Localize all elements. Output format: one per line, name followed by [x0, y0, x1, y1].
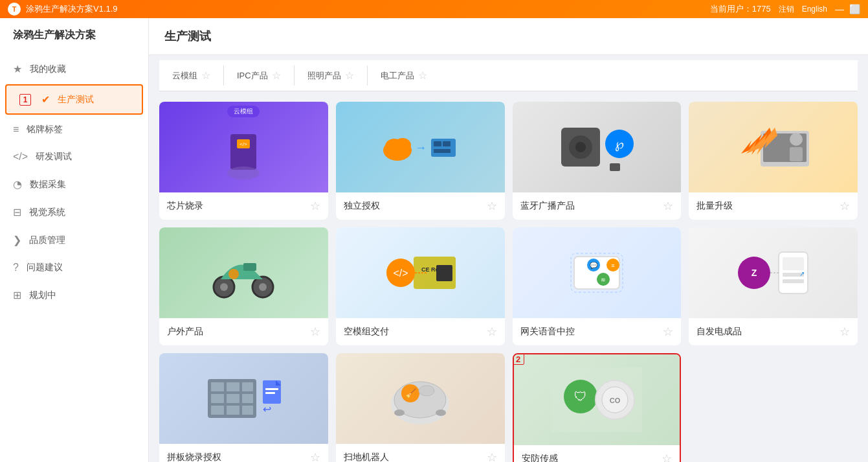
- favorite-star-icon[interactable]: ☆: [840, 325, 850, 339]
- favorite-star-icon[interactable]: ☆: [310, 325, 320, 339]
- card-chip-burn[interactable]: 云模组 </> 芯片烧录 ☆: [159, 102, 328, 220]
- svg-rect-56: [242, 382, 253, 391]
- svg-text:💬: 💬: [590, 261, 598, 270]
- favorite-star-icon[interactable]: ☆: [310, 199, 320, 213]
- card-footer-empty-module: 空模组交付 ☆: [336, 318, 505, 345]
- sidebar-item-feedback[interactable]: ? 问题建议: [0, 254, 148, 281]
- card-name: 拼板烧录授权: [167, 452, 221, 462]
- favorite-star-icon[interactable]: ☆: [840, 199, 850, 213]
- window-controls: — ⬜: [835, 4, 860, 14]
- card-security[interactable]: 2 🛡 CO: [513, 353, 682, 462]
- logout-link[interactable]: 注销: [779, 4, 794, 15]
- svg-rect-17: [610, 163, 620, 171]
- card-image-gateway: 💬 ≡ ≋: [513, 227, 682, 318]
- sidebar-item-data-collection[interactable]: ◔ 数据采集: [0, 170, 148, 198]
- chip-illustration: </>: [217, 115, 269, 179]
- sidebar-item-nameplate[interactable]: ≡ 铭牌标签: [0, 116, 148, 143]
- svg-point-3: [227, 167, 260, 179]
- bluetooth-illustration: ℘: [551, 115, 642, 179]
- svg-rect-60: [211, 406, 224, 415]
- category-label: 电工产品: [381, 70, 414, 82]
- category-star-icon[interactable]: ☆: [345, 69, 354, 82]
- favorite-star-icon[interactable]: ☆: [662, 452, 672, 462]
- sidebar-item-label: 视觉系统: [29, 207, 65, 218]
- card-footer-upgrade: 批量升级 ☆: [689, 192, 858, 220]
- category-cloud-module[interactable]: 云模组 ☆: [159, 65, 224, 86]
- card-image-zigbee: Z ↗: [689, 227, 858, 318]
- card-robot[interactable]: 🧹 扫地机器人 ☆: [336, 353, 505, 462]
- card-auth[interactable]: → 独立授权 ☆: [336, 102, 505, 220]
- favorite-star-icon[interactable]: ☆: [487, 199, 497, 213]
- minimize-button[interactable]: —: [835, 4, 844, 14]
- favorite-star-icon[interactable]: ☆: [663, 325, 673, 339]
- category-ipc[interactable]: IPC产品 ☆: [224, 65, 295, 86]
- card-upgrade[interactable]: 批量升级 ☆: [689, 102, 858, 220]
- quality-icon: ❯: [13, 234, 21, 246]
- svg-rect-11: [434, 149, 451, 153]
- main-content: 生产测试 云模组 ☆ IPC产品 ☆ 照明产品 ☆ 电工产品: [149, 18, 868, 462]
- card-gateway[interactable]: 💬 ≡ ≋ 网关语音中控 ☆: [513, 227, 682, 345]
- svg-point-73: [436, 410, 446, 416]
- category-label: IPC产品: [237, 70, 268, 82]
- card-empty-module[interactable]: CE RoHS </> →: [336, 227, 505, 345]
- titlebar: T 涂鸦生产解决方案V1.1.9 当前用户：1775 注销 English — …: [0, 0, 868, 18]
- svg-point-72: [394, 410, 405, 416]
- sidebar-item-visual-system[interactable]: ⊟ 视觉系统: [0, 198, 148, 226]
- svg-rect-59: [242, 394, 253, 403]
- upgrade-illustration: [728, 115, 819, 179]
- card-image-robot: 🧹: [336, 353, 505, 444]
- card-name: 扫地机器人: [344, 452, 389, 462]
- star-icon: ★: [13, 63, 22, 75]
- favorite-star-icon[interactable]: ☆: [310, 450, 320, 462]
- security-illustration: 🛡 CO: [551, 367, 642, 432]
- gateway-illustration: 💬 ≡ ≋: [551, 240, 642, 305]
- sidebar-item-label: 我的收藏: [30, 64, 66, 75]
- card-name: 芯片烧录: [167, 200, 203, 212]
- card-image-empty-module: CE RoHS </> →: [336, 227, 505, 318]
- category-electrical[interactable]: 电工产品 ☆: [368, 65, 440, 86]
- card-outdoor[interactable]: 户外产品 ☆: [159, 227, 328, 345]
- category-star-icon[interactable]: ☆: [272, 69, 281, 82]
- category-star-icon[interactable]: ☆: [201, 69, 210, 82]
- svg-rect-62: [242, 406, 253, 415]
- svg-text:↩: ↩: [263, 404, 271, 415]
- card-name: 安防传感: [522, 453, 558, 462]
- sidebar-item-production-test[interactable]: 1 ✔ 生产测试: [5, 84, 143, 115]
- favorite-star-icon[interactable]: ☆: [487, 450, 497, 462]
- favorite-star-icon[interactable]: ☆: [487, 325, 497, 339]
- category-lighting[interactable]: 照明产品 ☆: [295, 65, 368, 86]
- card-footer-zigbee: 自发电成品 ☆: [689, 318, 858, 345]
- svg-text:→: →: [406, 269, 414, 278]
- card-footer-auth: 独立授权 ☆: [336, 192, 505, 220]
- svg-point-14: [575, 142, 586, 152]
- favorite-star-icon[interactable]: ☆: [663, 199, 673, 213]
- sidebar-badge-1: 1: [19, 94, 31, 106]
- svg-text:→: →: [415, 141, 427, 154]
- page-title: 生产测试: [164, 30, 211, 43]
- card-panel-burn[interactable]: ↩ 拼板烧录授权 ☆: [159, 353, 328, 462]
- sidebar-item-planning[interactable]: ⊞ 规划中: [0, 281, 148, 309]
- card-footer-robot: 扫地机器人 ☆: [336, 444, 505, 462]
- auth-illustration: →: [378, 118, 462, 176]
- card-zigbee[interactable]: Z ↗: [689, 227, 858, 345]
- category-row: 云模组 ☆ IPC产品 ☆ 照明产品 ☆ 电工产品 ☆: [159, 60, 858, 91]
- svg-point-20: [790, 133, 803, 146]
- language-link[interactable]: English: [802, 5, 827, 14]
- cards-grid: 云模组 </> 芯片烧录 ☆: [159, 97, 858, 462]
- maximize-button[interactable]: ⬜: [849, 4, 860, 14]
- svg-rect-21: [790, 147, 803, 161]
- category-star-icon[interactable]: ☆: [418, 69, 427, 82]
- sidebar-item-label: 铭牌标签: [27, 124, 63, 135]
- svg-point-71: [419, 386, 434, 396]
- svg-text:≋: ≋: [601, 277, 606, 283]
- svg-point-27: [220, 283, 228, 291]
- sidebar-item-quality[interactable]: ❯ 品质管理: [0, 226, 148, 254]
- sidebar-item-rd-debug[interactable]: </> 研发调试: [0, 143, 148, 170]
- svg-text:Z: Z: [751, 268, 757, 278]
- sidebar-item-favorites[interactable]: ★ 我的收藏: [0, 55, 148, 83]
- card-bluetooth[interactable]: ℘ 蓝牙广播产品 ☆: [513, 102, 682, 220]
- app-logo: T: [8, 3, 21, 16]
- svg-rect-61: [227, 406, 239, 415]
- sidebar-title: 涂鸦生产解决方案: [0, 29, 148, 55]
- svg-text:</>: </>: [240, 141, 248, 147]
